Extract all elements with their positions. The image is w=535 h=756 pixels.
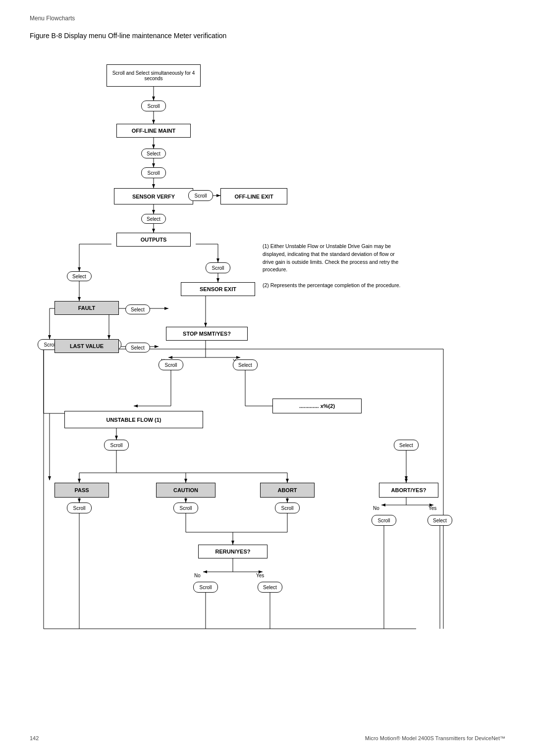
abort-box: ABORT	[260, 483, 315, 498]
sensor-verfy-box: SENSOR VERFY	[114, 188, 193, 204]
header-label: Menu Flowcharts	[30, 15, 75, 22]
yes3-label: Yes	[256, 573, 264, 578]
product-name: Micro Motion® Model 2400S Transmitters f…	[365, 735, 505, 741]
unstable-flow-box: UNSTABLE FLOW (1)	[64, 411, 203, 428]
outputs-box: OUTPUTS	[116, 233, 191, 247]
scroll11-box: Scroll	[275, 503, 300, 513]
notes-box: (1) Either Unstable Flow or Unstable Dri…	[263, 243, 401, 290]
scroll10-box: Scroll	[173, 503, 198, 513]
select5-box: Select	[125, 343, 150, 353]
select6-box: Select	[233, 359, 258, 370]
scroll8-box: Scroll	[104, 440, 129, 451]
off-line-exit-box: OFF-LINE EXIT	[220, 188, 287, 204]
scroll4-box: Scroll	[206, 262, 230, 273]
diagram-container: Scroll and Select simultaneously for 4 s…	[20, 50, 515, 654]
select9-box: Select	[258, 582, 282, 593]
select1-box: Select	[141, 149, 166, 158]
stop-msmt-box: STOP MSMT/YES?	[166, 327, 248, 341]
no2-label: No	[373, 505, 379, 511]
scroll2-box: Scroll	[141, 167, 166, 178]
scroll9-box: Scroll	[67, 503, 92, 513]
scroll12-box: Scroll	[372, 515, 396, 526]
last-value-box: LAST VALUE	[54, 339, 119, 353]
scroll3-box: Scroll	[188, 190, 213, 201]
fault-box: FAULT	[54, 301, 119, 315]
scroll7-box: Scroll	[159, 359, 183, 370]
figure-title: Figure B-8 Display menu Off-line mainten…	[0, 27, 535, 50]
scroll13-box: Scroll	[193, 582, 218, 593]
scroll-select-box: Scroll and Select simultaneously for 4 s…	[107, 64, 201, 87]
abort-yes-box: ABORT/YES?	[379, 483, 438, 498]
page-footer: 142 Micro Motion® Model 2400S Transmitte…	[30, 735, 505, 741]
dotted-x-box: ............. x%(2)	[272, 399, 362, 413]
yes2-label: Yes	[428, 505, 436, 511]
select3-box: Select	[67, 271, 92, 281]
page-number: 142	[30, 735, 39, 741]
select7-box: Select	[394, 440, 419, 451]
select4-box: Select	[125, 304, 150, 314]
figure-title-text: Figure B-8 Display menu Off-line mainten…	[30, 32, 226, 40]
select8-box: Select	[428, 515, 452, 526]
select2-box: Select	[141, 214, 166, 224]
pass-box: PASS	[54, 483, 109, 498]
caution-box: CAUTION	[156, 483, 215, 498]
page-header: Menu Flowcharts	[0, 0, 535, 27]
rerun-yes-box: RERUN/YES?	[198, 545, 268, 558]
note1-text: (1) Either Unstable Flow or Unstable Dri…	[263, 243, 398, 272]
off-line-maint-box: OFF-LINE MAINT	[116, 124, 191, 138]
note2-text: (2) Represents the percentage completion…	[263, 282, 400, 288]
scroll1-box: Scroll	[141, 101, 166, 111]
sensor-exit-box: SENSOR EXIT	[181, 282, 255, 296]
no3-label: No	[194, 573, 201, 578]
